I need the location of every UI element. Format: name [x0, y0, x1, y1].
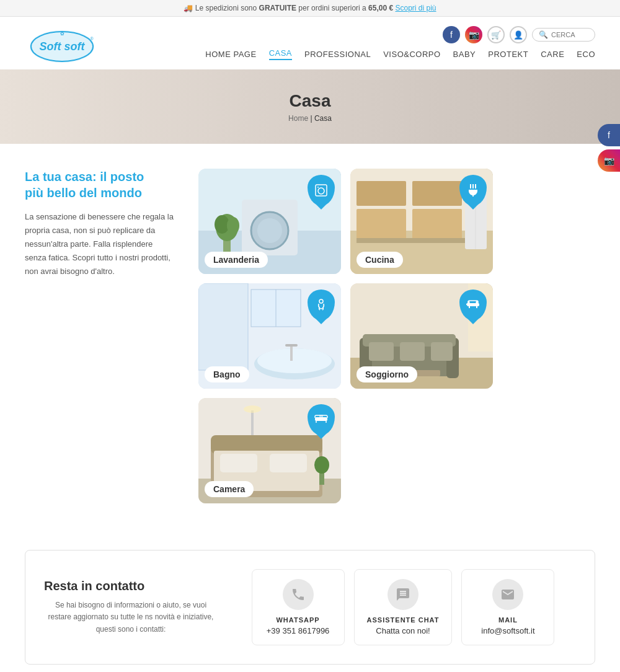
whatsapp-value: +39 351 8617996	[265, 626, 332, 635]
svg-rect-21	[356, 209, 406, 240]
svg-rect-52	[220, 454, 257, 472]
svg-rect-58	[319, 415, 323, 418]
top-bar: 🚚 Le spedizioni sono GRATUITE per ordini…	[0, 0, 620, 17]
contact-items: WHATSAPP +39 351 8617996 ASSISTENTE CHAT…	[230, 569, 576, 645]
card-lavanderia[interactable]: Lavanderia	[198, 169, 341, 274]
instagram-icon[interactable]: 📷	[465, 26, 482, 43]
svg-point-9	[257, 218, 282, 243]
main-content: La tua casa: il posto più bello del mond…	[0, 144, 620, 537]
svg-point-15	[318, 188, 324, 194]
svg-rect-22	[412, 209, 462, 240]
svg-rect-53	[270, 454, 307, 472]
top-bar-message: Le spedizioni sono	[195, 4, 259, 12]
contact-section: Resta in contatto Se hai bisogno di info…	[25, 550, 595, 665]
contact-mail[interactable]: MAIL info@softsoft.it	[461, 569, 554, 645]
svg-rect-25	[356, 238, 465, 243]
svg-rect-42	[400, 342, 425, 361]
main-nav: HOME PAGE CASA PROFESSIONAL VISO&CORPO B…	[205, 48, 595, 60]
heading-line2: più bello del mondo	[25, 186, 142, 200]
mail-value: info@softsoft.it	[474, 626, 541, 635]
intro-text-section: La tua casa: il posto più bello del mond…	[25, 169, 174, 278]
breadcrumb-home[interactable]: Home	[288, 114, 308, 123]
chat-value: Chatta con noi!	[367, 626, 440, 635]
nav-protekt[interactable]: PROTEKT	[488, 50, 528, 59]
nav-eco[interactable]: ECO	[577, 50, 595, 59]
search-box[interactable]: 🔍	[532, 28, 595, 42]
svg-point-13	[227, 217, 239, 234]
top-bar-bold: GRATUITE	[259, 4, 296, 12]
svg-text:✿: ✿	[60, 31, 64, 37]
search-input[interactable]	[551, 31, 588, 38]
mail-title: MAIL	[474, 616, 541, 624]
contact-title: Resta in contatto	[44, 579, 218, 593]
svg-rect-43	[431, 342, 453, 361]
svg-rect-27	[198, 283, 248, 370]
chat-title: ASSISTENTE CHAT	[367, 616, 440, 624]
user-icon[interactable]: 👤	[510, 26, 527, 43]
facebook-icon[interactable]: f	[443, 26, 460, 43]
cucina-label: Cucina	[356, 252, 403, 268]
svg-rect-19	[356, 181, 406, 206]
bagno-label: Bagno	[205, 366, 249, 382]
breadcrumb: Home | Casa	[288, 114, 332, 123]
hero-section: Casa Home | Casa	[0, 69, 620, 144]
header: Soft soft ✿ ® f 📷 🛒 👤 🔍 HOME PAGE CASA P…	[0, 17, 620, 69]
contact-text: Resta in contatto Se hai bisogno di info…	[44, 579, 218, 635]
svg-point-55	[314, 456, 329, 474]
header-right: f 📷 🛒 👤 🔍 HOME PAGE CASA PROFESSIONAL VI…	[205, 26, 595, 60]
svg-rect-30	[290, 345, 293, 361]
search-icon: 🔍	[539, 30, 548, 39]
grid-row-3: Camera	[198, 398, 595, 503]
contact-chat[interactable]: ASSISTENTE CHAT Chatta con noi!	[354, 569, 453, 645]
camera-label: Camera	[205, 481, 254, 497]
side-social: f 📷	[598, 124, 620, 172]
side-facebook-button[interactable]: f	[598, 124, 620, 146]
top-bar-message2: per ordini superiori a	[298, 4, 368, 12]
mail-icon	[492, 579, 523, 610]
card-bagno[interactable]: Bagno	[198, 283, 341, 389]
svg-point-34	[319, 299, 323, 303]
contact-description: Se hai bisogno di informazioni o aiuto, …	[44, 599, 218, 635]
svg-rect-31	[285, 344, 298, 347]
nav-homepage[interactable]: HOME PAGE	[205, 50, 256, 59]
breadcrumb-current: Casa	[314, 114, 332, 123]
svg-text:Soft soft: Soft soft	[40, 40, 86, 53]
grid-row-1: Lavanderia	[198, 169, 595, 274]
page-title: Casa	[290, 91, 331, 111]
nav-visocorpo[interactable]: VISO&CORPO	[383, 50, 440, 59]
top-bar-link[interactable]: Scopri di più	[395, 4, 436, 12]
top-bar-price: 65,00 €	[368, 4, 393, 12]
cart-icon[interactable]: 🛒	[487, 26, 505, 43]
svg-point-57	[244, 405, 261, 413]
svg-text:®: ®	[90, 37, 94, 41]
side-instagram-button[interactable]: 📷	[598, 149, 620, 172]
svg-rect-41	[369, 342, 394, 361]
card-soggiorno[interactable]: Soggiorno	[350, 283, 493, 389]
svg-rect-56	[251, 410, 254, 435]
svg-rect-20	[412, 181, 462, 206]
nav-professional[interactable]: PROFESSIONAL	[304, 50, 371, 59]
category-grid: Lavanderia	[198, 169, 595, 513]
whatsapp-title: WHATSAPP	[265, 616, 332, 624]
logo-area: Soft soft ✿ ®	[25, 23, 105, 63]
grid-row-2: Bagno	[198, 283, 595, 389]
card-cucina[interactable]: Cucina	[350, 169, 493, 274]
svg-point-16	[317, 187, 319, 188]
logo[interactable]: Soft soft ✿ ®	[25, 23, 99, 63]
nav-care[interactable]: CARE	[541, 50, 564, 59]
top-bar-truck-icon: 🚚	[184, 4, 193, 12]
whatsapp-icon	[283, 579, 314, 610]
intro-description: La sensazione di benessere che regala la…	[25, 210, 174, 278]
svg-point-29	[257, 348, 332, 373]
contact-whatsapp[interactable]: WHATSAPP +39 351 8617996	[252, 569, 345, 645]
heading-line1: La tua casa: il posto	[25, 170, 144, 183]
lavanderia-label: Lavanderia	[205, 252, 268, 268]
nav-baby[interactable]: BABY	[453, 50, 476, 59]
card-camera[interactable]: Camera	[198, 398, 341, 503]
soggiorno-label: Soggiorno	[356, 366, 417, 382]
nav-casa[interactable]: CASA	[269, 48, 292, 60]
intro-heading: La tua casa: il posto più bello del mond…	[25, 169, 174, 201]
header-icons: f 📷 🛒 👤 🔍	[443, 26, 595, 43]
chat-icon	[388, 579, 418, 610]
